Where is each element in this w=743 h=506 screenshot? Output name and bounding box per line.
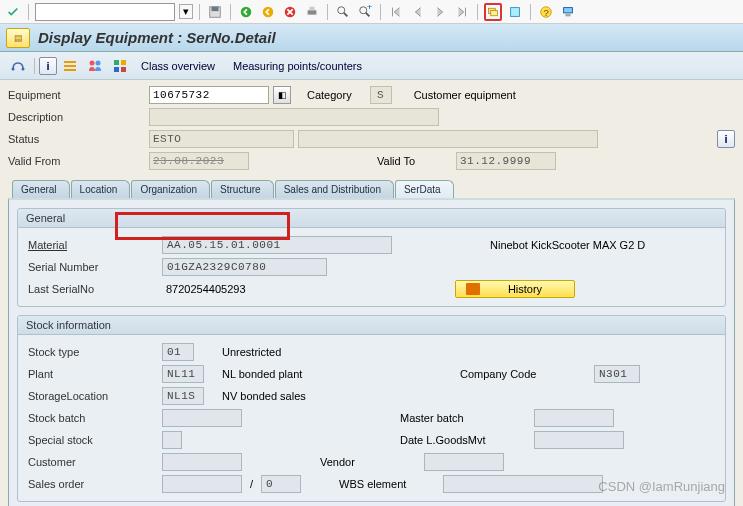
sales-order-label: Sales order	[28, 478, 158, 490]
find-icon[interactable]	[334, 3, 352, 21]
action-toolbar: i Class overview Measuring points/counte…	[0, 52, 743, 80]
svg-text:+: +	[367, 5, 372, 12]
transaction-icon: ▤	[6, 28, 30, 48]
tab-location[interactable]: Location	[71, 180, 131, 198]
print-icon[interactable]	[303, 3, 321, 21]
svg-rect-28	[114, 67, 119, 72]
storage-location-field: NL1S	[162, 387, 204, 405]
svg-rect-26	[114, 60, 119, 65]
serial-number-label: Serial Number	[28, 261, 158, 273]
valid-from-field: 23.08.2023	[149, 152, 249, 170]
application-toolbar: ▾ + ?	[0, 0, 743, 24]
cancel-icon[interactable]	[281, 3, 299, 21]
tab-organization[interactable]: Organization	[131, 180, 210, 198]
valid-to-field: 31.12.9999	[456, 152, 556, 170]
command-field[interactable]	[35, 3, 175, 21]
partners-icon[interactable]	[83, 57, 107, 75]
next-page-icon[interactable]	[431, 3, 449, 21]
stock-type-field: 01	[162, 343, 194, 361]
svg-rect-1	[212, 6, 219, 10]
exit-icon[interactable]	[259, 3, 277, 21]
help-icon[interactable]: ?	[537, 3, 555, 21]
stock-info-header: Stock information	[18, 316, 725, 335]
equipment-field[interactable]: 10675732	[149, 86, 269, 104]
svg-rect-29	[121, 67, 126, 72]
svg-point-24	[90, 60, 95, 65]
history-icon	[466, 283, 480, 295]
header-form: Equipment 10675732 ◧ Category S Customer…	[0, 80, 743, 176]
company-code-field: N301	[594, 365, 640, 383]
page-title: Display Equipment : SerNo.Detail	[38, 29, 276, 46]
measuring-points-button[interactable]: Measuring points/counters	[225, 57, 370, 75]
class-overview-button[interactable]: Class overview	[133, 57, 223, 75]
last-serial-value: 8720254405293	[162, 283, 327, 295]
svg-rect-21	[64, 61, 76, 63]
sales-order-item-field: 0	[261, 475, 301, 493]
stock-type-text: Unrestricted	[222, 346, 281, 358]
svg-point-20	[22, 67, 25, 70]
svg-line-10	[366, 12, 370, 16]
customize-icon[interactable]	[559, 3, 577, 21]
general-group-header: General	[18, 209, 725, 228]
svg-point-7	[338, 6, 345, 13]
date-goods-field	[534, 431, 624, 449]
other-equipment-icon[interactable]	[6, 57, 30, 75]
plant-label: Plant	[28, 368, 158, 380]
status-field-2	[298, 130, 598, 148]
svg-point-19	[12, 67, 15, 70]
svg-rect-13	[491, 10, 498, 15]
tab-content: General Material AA.05.15.01.0001 Ninebo…	[8, 198, 735, 506]
storage-location-label: StorageLocation	[28, 390, 158, 402]
info-button[interactable]: i	[39, 57, 57, 75]
svg-rect-18	[565, 13, 570, 16]
tab-general[interactable]: General	[12, 180, 70, 198]
new-session-icon[interactable]	[484, 3, 502, 21]
stock-batch-field	[162, 409, 242, 427]
storage-location-text: NV bonded sales	[222, 390, 306, 402]
customer-field	[162, 453, 242, 471]
valid-to-label: Valid To	[377, 155, 452, 167]
status-info-button[interactable]: i	[717, 130, 735, 148]
svg-rect-14	[511, 7, 520, 16]
material-field: AA.05.15.01.0001	[162, 236, 392, 254]
category-label: Category	[307, 89, 352, 101]
tab-sales-distribution[interactable]: Sales and Distribution	[275, 180, 394, 198]
slash-separator: /	[246, 478, 257, 490]
svg-point-2	[241, 6, 252, 17]
svg-rect-5	[308, 10, 317, 14]
title-bar: ▤ Display Equipment : SerNo.Detail	[0, 24, 743, 52]
svg-rect-27	[121, 60, 126, 65]
sales-order-field	[162, 475, 242, 493]
classification-icon[interactable]	[109, 57, 131, 75]
description-field	[149, 108, 439, 126]
svg-point-3	[263, 6, 274, 17]
list-icon[interactable]	[59, 57, 81, 75]
equipment-search-help[interactable]: ◧	[273, 86, 291, 104]
company-code-label: Company Code	[460, 368, 590, 380]
category-text: Customer equipment	[414, 89, 516, 101]
accept-icon[interactable]	[4, 3, 22, 21]
vendor-field	[424, 453, 504, 471]
first-page-icon[interactable]	[387, 3, 405, 21]
category-field: S	[370, 86, 392, 104]
equipment-label: Equipment	[8, 89, 103, 101]
wbs-element-field	[443, 475, 603, 493]
status-label: Status	[8, 133, 103, 145]
back-icon[interactable]	[237, 3, 255, 21]
command-dropdown[interactable]: ▾	[179, 4, 193, 19]
stock-info-group: Stock information Stock type 01 Unrestri…	[17, 315, 726, 502]
tab-serdata[interactable]: SerData	[395, 180, 454, 198]
description-label: Description	[8, 111, 103, 123]
find-next-icon[interactable]: +	[356, 3, 374, 21]
history-button[interactable]: History	[455, 280, 575, 298]
svg-rect-23	[64, 69, 76, 71]
last-serial-label: Last SerialNo	[28, 283, 158, 295]
tab-structure[interactable]: Structure	[211, 180, 274, 198]
generate-shortcut-icon[interactable]	[506, 3, 524, 21]
stock-type-label: Stock type	[28, 346, 158, 358]
svg-point-25	[96, 60, 101, 65]
save-icon[interactable]	[206, 3, 224, 21]
prev-page-icon[interactable]	[409, 3, 427, 21]
last-page-icon[interactable]	[453, 3, 471, 21]
date-goods-label: Date L.GoodsMvt	[400, 434, 530, 446]
